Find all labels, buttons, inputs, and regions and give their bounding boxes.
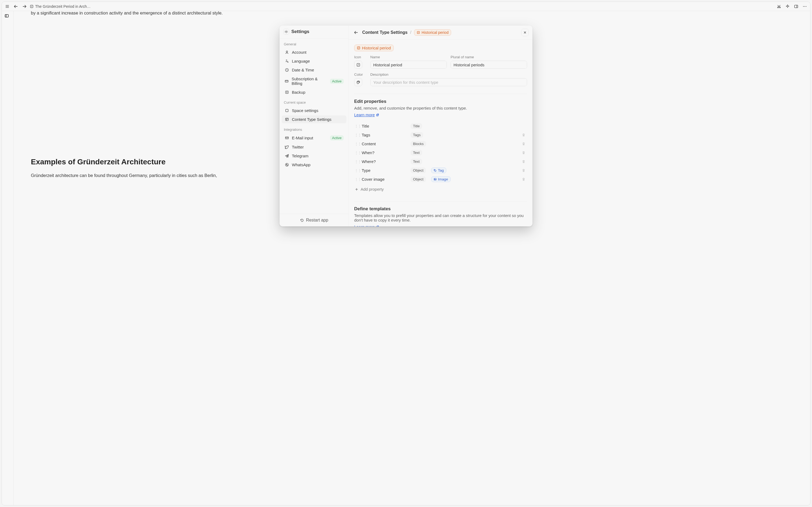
- property-type-pill: Text: [411, 159, 422, 164]
- property-row[interactable]: ⋮⋮ Tags Tags: [354, 130, 527, 139]
- svg-point-31: [359, 82, 359, 82]
- tab-title[interactable]: The Gründerzeit Period in Arch…: [30, 4, 91, 9]
- backup-icon: [284, 90, 289, 94]
- svg-point-30: [358, 81, 359, 81]
- sidebar-item-language[interactable]: Language: [282, 57, 346, 65]
- settings-main-header: Content Type Settings / Historical perio…: [349, 25, 532, 40]
- icon-label: Icon: [354, 55, 366, 59]
- drag-handle-icon[interactable]: ⋮⋮: [355, 160, 358, 164]
- breadcrumb: Content Type Settings: [362, 30, 408, 35]
- drag-handle-icon[interactable]: ⋮⋮: [355, 124, 358, 128]
- svg-point-32: [434, 170, 435, 170]
- sidebar-item-label: Language: [292, 59, 310, 63]
- color-picker-button[interactable]: [354, 78, 362, 86]
- restart-app-button[interactable]: Restart app: [280, 214, 349, 226]
- globe-icon: [284, 59, 289, 63]
- sidebar-item-whatsapp[interactable]: WhatsApp: [282, 161, 346, 169]
- icon-picker-button[interactable]: [354, 61, 362, 69]
- restart-icon: [300, 218, 304, 222]
- property-row[interactable]: ⋮⋮ Title Title: [354, 122, 527, 130]
- drag-handle-icon[interactable]: ⋮⋮: [355, 142, 358, 146]
- telegram-icon: [284, 154, 289, 158]
- sidebar-item-label: Telegram: [292, 154, 308, 158]
- settings-sidebar: Settings General Account Language Date &…: [280, 25, 349, 226]
- user-icon: [284, 50, 289, 54]
- property-row[interactable]: ⋮⋮ Type Object Tag: [354, 166, 527, 175]
- drag-handle-icon[interactable]: ⋮⋮: [355, 177, 358, 181]
- more-icon[interactable]: [802, 3, 808, 10]
- properties-table: ⋮⋮ Title Title ⋮⋮ Tags Tags ⋮⋮ Content B…: [354, 122, 527, 184]
- learn-more-link[interactable]: Learn more: [354, 113, 379, 117]
- active-badge: Active: [330, 135, 344, 140]
- templates-desc: Templates allow you to prefill your prop…: [354, 213, 527, 222]
- content-area: by a significant increase in constructio…: [2, 11, 810, 505]
- property-row[interactable]: ⋮⋮ Where? Text: [354, 157, 527, 166]
- layout-icon: [284, 117, 289, 121]
- property-type-pill: Text: [411, 150, 422, 156]
- property-row[interactable]: ⋮⋮ Cover image Object Image: [354, 175, 527, 184]
- edit-icon: [417, 31, 420, 34]
- back-icon[interactable]: [13, 3, 19, 10]
- delete-property-button[interactable]: [522, 169, 527, 172]
- sidebar-item-label: Backup: [292, 90, 305, 95]
- sidebar-item-backup[interactable]: Backup: [282, 88, 346, 96]
- sidebar-item-content-type[interactable]: Content Type Settings: [282, 115, 346, 123]
- gear-icon: [283, 29, 289, 35]
- plural-input[interactable]: [451, 61, 527, 69]
- content-type-chip[interactable]: Historical period: [414, 29, 451, 36]
- delete-property-button[interactable]: [522, 142, 527, 146]
- delete-property-button[interactable]: [522, 133, 527, 137]
- name-input[interactable]: [370, 61, 447, 69]
- svg-point-29: [358, 81, 358, 81]
- svg-point-10: [806, 6, 807, 7]
- sidebar-toggle-icon[interactable]: [5, 14, 11, 18]
- svg-point-34: [434, 179, 435, 179]
- delete-property-button[interactable]: [522, 151, 527, 155]
- sidebar-item-space-settings[interactable]: Space settings: [282, 107, 346, 114]
- property-name: Tags: [362, 133, 407, 137]
- edit-icon: [357, 46, 360, 50]
- close-button[interactable]: [521, 29, 529, 36]
- back-button[interactable]: [353, 29, 359, 36]
- delete-property-button[interactable]: [522, 177, 527, 181]
- cut-icon[interactable]: [776, 3, 782, 10]
- property-row[interactable]: ⋮⋮ Content Blocks: [354, 139, 527, 148]
- description-input[interactable]: [370, 78, 527, 86]
- drag-handle-icon[interactable]: ⋮⋮: [355, 133, 358, 137]
- add-property-button[interactable]: Add property: [354, 185, 527, 193]
- drag-handle-icon[interactable]: ⋮⋮: [355, 169, 358, 172]
- settings-main-body: Historical period Icon Name: [349, 40, 532, 226]
- content-type-chip-large[interactable]: Historical period: [354, 45, 394, 51]
- sidebar-item-email[interactable]: E-Mail inputActive: [282, 134, 346, 142]
- property-type-pill: Blocks: [411, 141, 426, 147]
- sidebar-item-subscription[interactable]: Subscription & BillingActive: [282, 75, 346, 87]
- name-label: Name: [370, 55, 447, 59]
- menu-icon[interactable]: [4, 3, 10, 10]
- drag-handle-icon[interactable]: ⋮⋮: [355, 151, 358, 155]
- sidebar-item-datetime[interactable]: Date & Time: [282, 66, 346, 74]
- svg-rect-23: [285, 137, 288, 139]
- svg-rect-16: [285, 80, 288, 82]
- svg-rect-6: [795, 5, 798, 8]
- group-integrations: Integrations: [280, 124, 349, 133]
- edit-properties-desc: Add, remove, and customize the propertie…: [354, 106, 527, 110]
- object-type-pill: Image: [431, 176, 451, 182]
- panel-right-icon[interactable]: [793, 3, 799, 10]
- property-type-pill: Object: [411, 176, 426, 182]
- learn-more-link[interactable]: Learn more: [354, 225, 379, 226]
- sidebar-item-account[interactable]: Account: [282, 48, 346, 56]
- delete-property-button[interactable]: [522, 160, 527, 164]
- sparkle-icon[interactable]: [785, 3, 791, 10]
- sidebar-item-telegram[interactable]: Telegram: [282, 152, 346, 160]
- learn-more-text: Learn more: [354, 225, 375, 226]
- sidebar-item-twitter[interactable]: Twitter: [282, 143, 346, 151]
- settings-main: Content Type Settings / Historical perio…: [349, 25, 532, 226]
- chip-label: Historical period: [421, 30, 449, 35]
- forward-icon[interactable]: [21, 3, 27, 10]
- sidebar-item-label: Content Type Settings: [292, 117, 331, 122]
- svg-point-9: [805, 6, 805, 7]
- property-type-pill: Tags: [411, 132, 423, 138]
- property-name: Type: [362, 168, 407, 173]
- property-row[interactable]: ⋮⋮ When? Text: [354, 148, 527, 157]
- tab-title-text: The Gründerzeit Period in Arch…: [35, 4, 91, 9]
